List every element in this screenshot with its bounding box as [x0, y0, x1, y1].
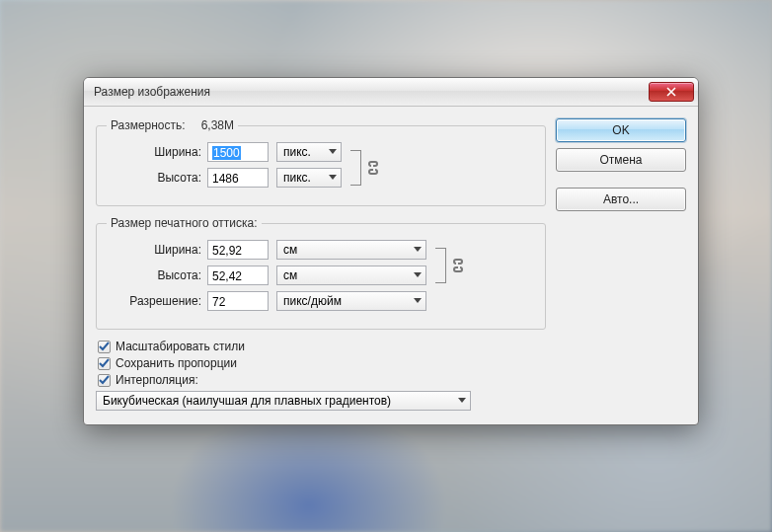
close-icon — [666, 87, 676, 97]
resolution-input[interactable]: 72 — [207, 291, 269, 311]
chevron-down-icon — [329, 149, 337, 155]
chevron-down-icon — [414, 247, 422, 253]
print-height-label: Высота: — [107, 268, 207, 282]
titlebar[interactable]: Размер изображения — [84, 78, 698, 107]
dimensions-label: Размерность: — [111, 118, 186, 132]
cancel-button[interactable]: Отмена — [556, 148, 686, 172]
interpolation-combo[interactable]: Бикубическая (наилучшая для плавных град… — [96, 391, 471, 411]
print-width-unit-combo[interactable]: см — [276, 240, 426, 260]
print-height-input[interactable]: 52,42 — [207, 266, 269, 285]
print-size-group: Размер печатного оттиска: Ширина: 52,92 … — [96, 216, 546, 330]
pixel-width-label: Ширина: — [107, 145, 207, 159]
constrain-link-icon — [452, 258, 464, 273]
dimensions-value: 6,38M — [201, 118, 234, 132]
resolution-unit-combo[interactable]: пикс/дюйм — [276, 291, 426, 311]
pixel-height-unit-combo[interactable]: пикс. — [276, 168, 342, 188]
resample-label: Интерполяция: — [116, 373, 198, 387]
chevron-down-icon — [414, 298, 422, 304]
pixel-width-unit-combo[interactable]: пикс. — [276, 142, 342, 162]
print-width-label: Ширина: — [107, 243, 207, 257]
print-height-unit-combo[interactable]: см — [276, 266, 426, 285]
pixel-height-input[interactable]: 1486 — [207, 168, 269, 188]
ok-button[interactable]: OK — [556, 118, 686, 142]
check-icon — [99, 342, 110, 352]
chevron-down-icon — [329, 175, 337, 181]
constrain-link-icon — [367, 160, 379, 176]
check-icon — [99, 375, 110, 386]
dialog-title: Размер изображения — [94, 85, 649, 99]
link-bracket-icon — [350, 150, 361, 186]
check-icon — [99, 358, 110, 369]
close-button[interactable] — [649, 82, 694, 102]
scale-styles-label: Масштабировать стили — [116, 340, 245, 353]
link-bracket-icon — [435, 248, 446, 283]
pixel-dimensions-group: Размерность: 6,38M Ширина: 1500 пикс. — [96, 118, 546, 206]
resample-checkbox[interactable] — [98, 374, 111, 387]
constrain-proportions-checkbox[interactable] — [98, 357, 111, 370]
print-width-input[interactable]: 52,92 — [207, 240, 269, 260]
image-size-dialog: Размер изображения Размерность: 6,38M Ши… — [83, 77, 699, 425]
pixel-height-label: Высота: — [107, 171, 207, 185]
resolution-label: Разрешение: — [107, 294, 207, 308]
chevron-down-icon — [414, 272, 422, 278]
scale-styles-checkbox[interactable] — [98, 341, 111, 353]
chevron-down-icon — [458, 398, 466, 404]
pixel-width-input[interactable]: 1500 — [207, 142, 269, 162]
auto-button[interactable]: Авто... — [556, 188, 686, 211]
print-size-legend: Размер печатного оттиска: — [107, 216, 262, 230]
constrain-proportions-label: Сохранить пропорции — [116, 356, 237, 370]
